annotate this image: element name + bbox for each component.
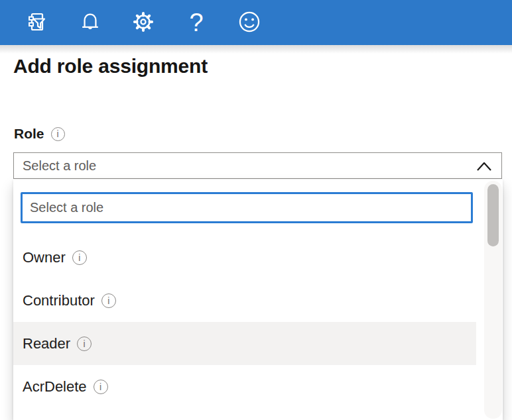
- settings-button[interactable]: [129, 8, 158, 37]
- chevron-up-icon: [477, 162, 491, 174]
- info-icon[interactable]: [101, 293, 116, 308]
- info-icon[interactable]: [51, 127, 65, 141]
- info-icon[interactable]: [77, 337, 92, 351]
- role-select[interactable]: Select a role: [13, 152, 502, 179]
- role-label: Role: [14, 126, 44, 142]
- directory-filter-button[interactable]: [23, 8, 52, 37]
- info-icon[interactable]: [72, 250, 87, 265]
- option-label: Contributor: [23, 292, 95, 309]
- role-option-acrdelete[interactable]: AcrDelete: [13, 365, 476, 408]
- role-dropdown: Owner Contributor Reader AcrDelete: [13, 180, 503, 420]
- smiley-icon: [237, 10, 261, 36]
- page-title: Add role assignment: [13, 55, 208, 78]
- bell-icon: [78, 10, 102, 36]
- role-select-value: Select a role: [14, 158, 96, 174]
- help-icon: ?: [189, 10, 203, 35]
- gear-icon: [130, 9, 157, 37]
- option-label: Owner: [23, 249, 66, 266]
- scrollbar-thumb[interactable]: [487, 184, 499, 246]
- feedback-button[interactable]: [235, 8, 264, 37]
- help-button[interactable]: ?: [182, 8, 211, 37]
- role-option-owner[interactable]: Owner: [13, 236, 476, 279]
- directory-filter-icon: [24, 9, 50, 37]
- role-option-contributor[interactable]: Contributor: [13, 279, 476, 322]
- notifications-button[interactable]: [76, 8, 105, 37]
- header-shadow: [0, 45, 512, 54]
- option-label: AcrDelete: [23, 378, 87, 395]
- role-options-list: Owner Contributor Reader AcrDelete: [13, 236, 476, 408]
- role-option-reader[interactable]: Reader: [13, 322, 476, 365]
- top-bar: ?: [0, 0, 512, 45]
- option-label: Reader: [23, 335, 70, 352]
- info-icon[interactable]: [94, 380, 108, 394]
- role-field-label-row: Role: [14, 126, 65, 142]
- role-search-input[interactable]: [21, 192, 473, 223]
